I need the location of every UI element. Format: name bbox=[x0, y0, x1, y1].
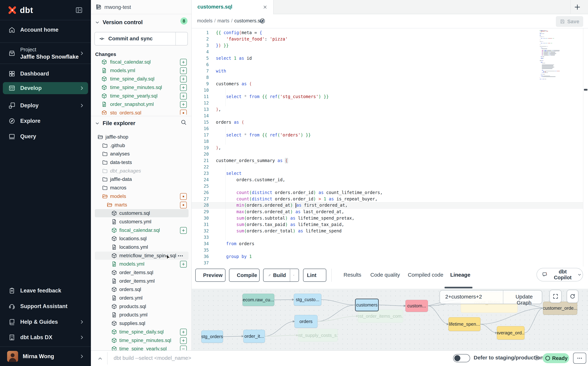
minimap[interactable] bbox=[540, 30, 568, 80]
lineage-node-toi[interactable]: test_order_items_com... bbox=[358, 310, 403, 323]
commit-and-sync-button[interactable]: Commit and sync bbox=[94, 32, 188, 46]
lineage-node-oit[interactable]: order_it... bbox=[243, 330, 265, 343]
file-explorer-header[interactable]: File explorer bbox=[91, 118, 191, 129]
stage-plus-button[interactable] bbox=[180, 76, 187, 83]
sidebar-collapse-icon[interactable] bbox=[75, 6, 83, 14]
lineage-node-ecom[interactable]: ecom.raw_cu... bbox=[243, 294, 274, 306]
tree-item-products-yml[interactable]: products.yml bbox=[91, 311, 191, 319]
panel-tab-code-quality[interactable]: Code quality bbox=[370, 272, 400, 278]
help-circle-icon[interactable] bbox=[534, 355, 539, 361]
tree-item-analyses[interactable]: analyses bbox=[91, 150, 191, 158]
tree-item-models[interactable]: models bbox=[91, 192, 191, 201]
sidebar-item-dbt-labs-dx[interactable]: dbt Labs DX bbox=[3, 331, 88, 343]
sidebar-item-help-guides[interactable]: Help & Guides bbox=[3, 316, 88, 328]
sidebar-item-develop[interactable]: Develop bbox=[3, 82, 88, 94]
lineage-node-tsc[interactable]: test_supply_costs_s... bbox=[298, 329, 338, 342]
lineage-node-lts[interactable]: lifetime_spen... bbox=[448, 317, 480, 331]
sidebar-item-user[interactable]: Mirna Wong bbox=[3, 349, 88, 364]
tree-item-dbt-packages[interactable]: dbt_packages bbox=[91, 167, 191, 175]
lineage-node-stgo[interactable]: stg_orders bbox=[201, 330, 223, 343]
tree-item-jaffle-data[interactable]: jaffle-data bbox=[91, 175, 191, 184]
sidebar-item-support-assistant[interactable]: Support Assistant bbox=[3, 300, 88, 312]
tab-customers-sql[interactable]: customers.sql bbox=[192, 0, 274, 14]
sidebar-item-account-home[interactable]: Account home bbox=[3, 24, 88, 36]
tree-item-orders-sql[interactable]: orders.sql bbox=[91, 285, 191, 294]
sidebar-item-leave-feedback[interactable]: Leave feedback bbox=[3, 285, 88, 297]
sidebar-item-query[interactable]: Query bbox=[3, 130, 88, 143]
sidebar-item-deploy[interactable]: Deploy bbox=[3, 99, 88, 112]
close-icon[interactable] bbox=[263, 5, 268, 10]
tree-item-order-items-yml[interactable]: order_items.yml bbox=[91, 277, 191, 286]
change-item[interactable]: time_spine_daily.sql bbox=[91, 75, 191, 83]
tree-action-minus[interactable] bbox=[180, 346, 187, 350]
new-tab-plus-icon[interactable] bbox=[573, 3, 581, 11]
lineage-node-cos[interactable]: customer_orde... bbox=[543, 302, 577, 315]
breadcrumb-marts[interactable]: marts bbox=[217, 18, 230, 23]
lineage-node-avg[interactable]: average_ord... bbox=[497, 326, 524, 340]
scrollbar-thumb[interactable] bbox=[584, 89, 588, 91]
tree-item-order-items-sql[interactable]: order_items.sql bbox=[91, 268, 191, 277]
lineage-search-value[interactable]: 2+customers+2 bbox=[445, 294, 482, 300]
refresh-button[interactable] bbox=[567, 290, 578, 303]
panel-tab-lineage[interactable]: Lineage bbox=[450, 272, 470, 278]
version-control-header[interactable]: Version control 8 bbox=[91, 17, 191, 28]
update-graph-button[interactable]: Update Graph bbox=[508, 294, 540, 306]
change-item[interactable]: models.yml bbox=[91, 67, 191, 75]
panel-tab-results[interactable]: Results bbox=[343, 272, 361, 278]
change-item[interactable]: fiscal_calendar.sql bbox=[91, 58, 191, 67]
tree-item-time-spine-yearly-sql[interactable]: time_spine_yearly.sql bbox=[91, 345, 191, 350]
tree-item-products-sql[interactable]: products.sql bbox=[91, 302, 191, 311]
sidebar-item-explore[interactable]: Explore bbox=[3, 115, 88, 127]
tree-item-supplies-sql[interactable]: supplies.sql bbox=[91, 319, 191, 328]
tree-action-plus[interactable] bbox=[180, 227, 187, 234]
tree-item-customers-sql[interactable]: customers.sql bbox=[91, 209, 191, 218]
stage-plus-button[interactable] bbox=[180, 67, 187, 74]
tree-item-jaffle-shop[interactable]: jaffle-shop bbox=[91, 133, 191, 141]
lineage-node-pink[interactable]: custom... bbox=[405, 300, 428, 312]
panel-tab-compiled-code[interactable]: Compiled code bbox=[408, 272, 443, 278]
more-options-icon[interactable] bbox=[177, 253, 184, 259]
change-item[interactable]: order_snapshot.yml bbox=[91, 100, 191, 109]
chevron-down-icon[interactable] bbox=[293, 273, 295, 278]
tree-item-time-spine-minutes-sql[interactable]: time_spine_minutes.sql bbox=[91, 336, 191, 345]
tree-action-plus[interactable] bbox=[180, 337, 187, 344]
stage-plus-button[interactable] bbox=[180, 93, 187, 99]
compile-button[interactable]: Compile bbox=[229, 269, 260, 282]
status-badge-ready[interactable]: Ready bbox=[543, 353, 569, 363]
stage-plus-button[interactable] bbox=[180, 84, 187, 91]
code-editor[interactable]: 1{{ config(meta = {2 'favorite_food': 'p… bbox=[192, 28, 588, 267]
tree-item-locations-yml[interactable]: locations.yml bbox=[91, 243, 191, 252]
chevron-up-icon[interactable] bbox=[97, 356, 103, 361]
change-item[interactable]: time_spine_minutes.sql bbox=[91, 83, 191, 92]
lineage-node-cust[interactable]: customers bbox=[355, 299, 379, 311]
command-input[interactable]: dbt build --select <model_name> bbox=[114, 355, 191, 361]
tree-item-models-yml[interactable]: models.yml bbox=[91, 260, 191, 268]
explore-compass-icon[interactable] bbox=[259, 18, 266, 24]
tree-action-dot[interactable] bbox=[180, 202, 187, 208]
build-button[interactable]: Build bbox=[263, 269, 299, 282]
stage-plus-button[interactable] bbox=[180, 59, 187, 66]
stage-plus-button[interactable] bbox=[180, 101, 187, 108]
stage-dot-button[interactable] bbox=[180, 110, 187, 114]
tree-item-macros[interactable]: macros bbox=[91, 184, 191, 192]
change-item[interactable]: time_spine_yearly.sql bbox=[91, 92, 191, 100]
tree-item-fiscal-calendar-sql[interactable]: fiscal_calendar.sql bbox=[91, 226, 191, 235]
defer-toggle[interactable] bbox=[453, 354, 470, 362]
sidebar-item-dashboard[interactable]: Dashboard bbox=[3, 68, 88, 80]
lineage-node-ord[interactable]: orders bbox=[295, 315, 317, 328]
tree-item-time-spine-daily-sql[interactable]: time_spine_daily.sql bbox=[91, 328, 191, 336]
search-icon[interactable] bbox=[180, 119, 187, 125]
change-item[interactable]: stg_orders.sql bbox=[91, 109, 191, 114]
tree-item-marts[interactable]: marts bbox=[91, 201, 191, 209]
lineage-node-stgc[interactable]: stg_custo... bbox=[294, 294, 321, 305]
tree-item-customers-yml[interactable]: customers.yml bbox=[91, 218, 191, 226]
lint-button[interactable]: Lint bbox=[303, 269, 326, 282]
more-options-button[interactable] bbox=[573, 353, 586, 364]
fullscreen-button[interactable] bbox=[550, 290, 562, 303]
copy-icon[interactable] bbox=[96, 4, 102, 10]
tree-action-plus[interactable] bbox=[180, 329, 187, 336]
breadcrumb-models[interactable]: models bbox=[197, 18, 213, 23]
lineage-canvas[interactable]: count_lifetim...test_order_items_com...t… bbox=[192, 289, 588, 350]
tree-item-data-tests[interactable]: data-tests bbox=[91, 158, 191, 167]
tree-item--github[interactable]: .github bbox=[91, 141, 191, 150]
